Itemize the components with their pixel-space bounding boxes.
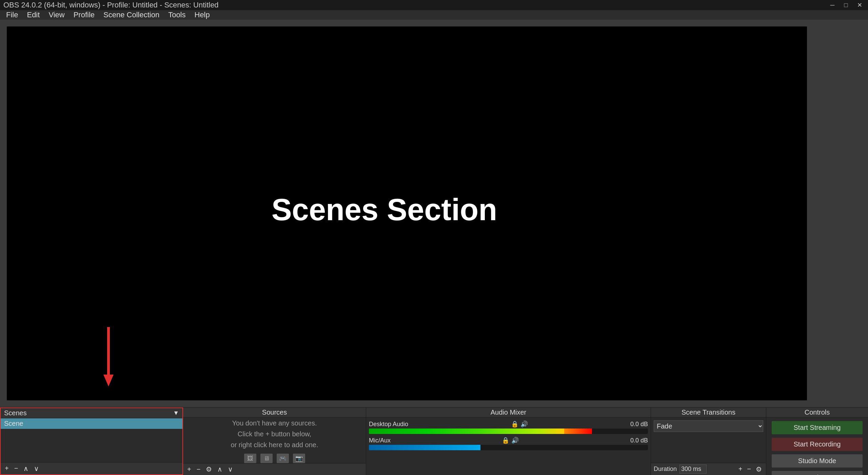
titlebar-controls: ─ □ ✕	[827, 2, 865, 8]
transitions-panel: Scene Transitions Fade Cut Swipe Slide S…	[651, 407, 766, 475]
sources-icons: 🖼 🖥 🎮 📷	[244, 454, 305, 463]
audio-bar-mic	[369, 445, 648, 450]
menu-tools[interactable]: Tools	[165, 10, 189, 20]
scenes-list[interactable]: Scene	[1, 418, 182, 462]
sources-title: Sources	[262, 408, 287, 416]
audio-bar-blue-mic	[369, 445, 480, 450]
controls-header: Controls	[766, 407, 868, 418]
source-icon-camera: 📷	[293, 454, 305, 463]
audio-track-mic: Mic/Aux 🔒 🔊 0.0 dB	[369, 437, 648, 450]
svg-marker-1	[103, 375, 114, 386]
preview-canvas: Scenes Section	[7, 26, 807, 400]
sources-empty-text: You don't have any sources. Click the + …	[231, 418, 318, 450]
sources-panel: Sources You don't have any sources. Clic…	[183, 407, 366, 475]
audio-track-name-desktop: Desktop Audio	[369, 421, 408, 428]
audio-bar-red-desktop	[564, 429, 592, 434]
audio-db-desktop: 0.0 dB	[630, 421, 648, 428]
duration-input[interactable]	[679, 464, 707, 474]
source-icon-game: 🎮	[277, 454, 289, 463]
source-icon-display: 🖥	[260, 454, 273, 463]
audio-bar-green-desktop	[369, 429, 536, 434]
studio-mode-button[interactable]: Studio Mode	[772, 454, 863, 468]
menu-help[interactable]: Help	[191, 10, 213, 20]
menubar: File Edit View Profile Scene Collection …	[0, 10, 868, 20]
transitions-remove-button[interactable]: −	[746, 464, 752, 474]
transitions-add-button[interactable]: +	[737, 464, 744, 474]
sources-settings-button[interactable]: ⚙	[204, 464, 213, 474]
transitions-settings-button[interactable]: ⚙	[754, 464, 763, 474]
menu-profile[interactable]: Profile	[70, 10, 98, 20]
audio-track-name-mic: Mic/Aux	[369, 437, 391, 444]
menu-file[interactable]: File	[3, 10, 21, 20]
audio-track-icons-mic: 🔒 🔊	[502, 437, 519, 444]
annotation-text: Scenes Section	[272, 192, 497, 298]
audio-lock-icon-mic[interactable]: 🔒	[502, 437, 509, 444]
controls-panel: Controls Start Streaming Start Recording…	[766, 407, 868, 475]
audio-title: Audio Mixer	[491, 408, 527, 416]
menu-view[interactable]: View	[45, 10, 68, 20]
scenes-panel: Scenes ▼ Scene + − ∧ ∨	[0, 407, 183, 475]
titlebar: OBS 24.0.2 (64-bit, windows) - Profile: …	[0, 0, 868, 10]
controls-title: Controls	[805, 408, 830, 416]
sources-up-button[interactable]: ∧	[216, 464, 224, 474]
sources-content: You don't have any sources. Click the + …	[183, 418, 366, 463]
scenes-filter-icon[interactable]: ▼	[173, 410, 179, 417]
audio-mute-icon-mic[interactable]: 🔊	[511, 437, 519, 444]
main-area: Scenes Section	[0, 20, 868, 407]
close-button[interactable]: ✕	[854, 2, 865, 8]
sources-add-button[interactable]: +	[186, 465, 193, 474]
source-icon-image: 🖼	[244, 454, 256, 463]
audio-header: Audio Mixer	[366, 407, 651, 418]
transitions-footer: Duration + − ⚙	[651, 463, 766, 475]
scenes-up-button[interactable]: ∧	[22, 464, 30, 473]
audio-lock-icon-desktop[interactable]: 🔒	[511, 420, 518, 428]
scenes-controls: + − ∧ ∨	[1, 462, 182, 474]
scenes-down-button[interactable]: ∨	[33, 464, 40, 473]
audio-content: Desktop Audio 🔒 🔊 0.0 dB Mic/Aux	[366, 418, 651, 475]
audio-track-header-desktop: Desktop Audio 🔒 🔊 0.0 dB	[369, 420, 648, 428]
bottom-panel: Scenes ▼ Scene + − ∧ ∨ Sources You don't…	[0, 407, 868, 475]
right-sidebar	[814, 20, 868, 407]
audio-track-header-mic: Mic/Aux 🔒 🔊 0.0 dB	[369, 437, 648, 444]
transitions-select[interactable]: Fade Cut Swipe Slide Stinger Fade to Col…	[654, 420, 763, 432]
start-recording-button[interactable]: Start Recording	[772, 438, 863, 451]
audio-bar-desktop	[369, 429, 648, 434]
transitions-controls: + − ⚙	[737, 464, 763, 474]
maximize-button[interactable]: □	[841, 2, 851, 8]
duration-label: Duration	[654, 466, 677, 473]
audio-track-icons-desktop: 🔒 🔊	[511, 420, 528, 428]
transitions-content: Fade Cut Swipe Slide Stinger Fade to Col…	[651, 418, 766, 463]
controls-content: Start Streaming Start Recording Studio M…	[766, 418, 868, 475]
transitions-title: Scene Transitions	[682, 408, 735, 416]
preview-container: Scenes Section	[0, 20, 814, 407]
sources-remove-button[interactable]: −	[195, 465, 202, 474]
sources-header: Sources	[183, 407, 366, 418]
audio-bar-yellow-desktop	[536, 429, 564, 434]
scene-item[interactable]: Scene	[1, 418, 182, 429]
minimize-button[interactable]: ─	[827, 2, 837, 8]
audio-panel: Audio Mixer Desktop Audio 🔒 🔊 0.0 dB	[366, 407, 651, 475]
audio-track-desktop: Desktop Audio 🔒 🔊 0.0 dB	[369, 420, 648, 434]
scenes-title: Scenes	[4, 409, 27, 417]
titlebar-title: OBS 24.0.2 (64-bit, windows) - Profile: …	[3, 1, 827, 10]
settings-button[interactable]: Settings	[772, 471, 863, 475]
transitions-header: Scene Transitions	[651, 407, 766, 418]
sources-down-button[interactable]: ∨	[226, 464, 234, 474]
scenes-remove-button[interactable]: −	[13, 464, 20, 473]
sources-controls: + − ⚙ ∧ ∨	[183, 463, 366, 475]
audio-mute-icon-desktop[interactable]: 🔊	[520, 420, 528, 428]
menu-edit[interactable]: Edit	[23, 10, 43, 20]
red-arrow	[103, 327, 114, 390]
menu-scene-collection[interactable]: Scene Collection	[100, 10, 163, 20]
scenes-add-button[interactable]: +	[3, 464, 10, 473]
start-streaming-button[interactable]: Start Streaming	[772, 421, 863, 434]
scenes-header: Scenes ▼	[1, 408, 182, 418]
audio-db-mic: 0.0 dB	[630, 437, 648, 444]
